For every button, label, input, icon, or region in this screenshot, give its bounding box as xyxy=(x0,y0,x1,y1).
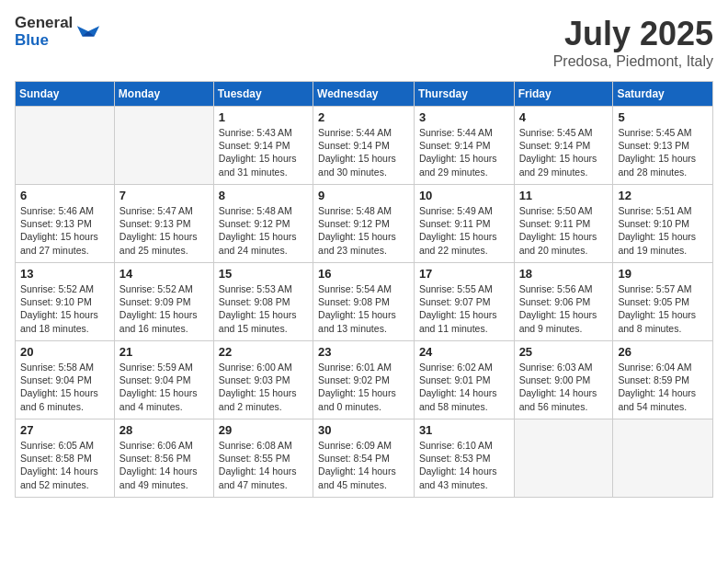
day-number: 16 xyxy=(318,267,409,281)
calendar-cell: 8Sunrise: 5:48 AM Sunset: 9:12 PM Daylig… xyxy=(213,185,313,263)
day-number: 27 xyxy=(20,423,109,437)
calendar-cell: 31Sunrise: 6:10 AM Sunset: 8:53 PM Dayli… xyxy=(414,419,514,498)
day-number: 17 xyxy=(419,267,509,281)
day-info: Sunrise: 6:08 AM Sunset: 8:55 PM Dayligh… xyxy=(219,439,308,491)
calendar-cell: 13Sunrise: 5:52 AM Sunset: 9:10 PM Dayli… xyxy=(16,263,115,341)
day-number: 7 xyxy=(119,189,209,202)
calendar-week-row: 13Sunrise: 5:52 AM Sunset: 9:10 PM Dayli… xyxy=(16,263,713,341)
day-header-saturday: Saturday xyxy=(613,82,713,107)
calendar-cell: 9Sunrise: 5:48 AM Sunset: 9:12 PM Daylig… xyxy=(313,185,415,263)
calendar-cell: 16Sunrise: 5:54 AM Sunset: 9:08 PM Dayli… xyxy=(313,263,415,341)
day-number: 5 xyxy=(618,110,708,124)
month-year-title: July 2025 xyxy=(553,15,713,53)
day-number: 15 xyxy=(219,267,308,281)
day-info: Sunrise: 6:02 AM Sunset: 9:01 PM Dayligh… xyxy=(419,361,509,413)
day-number: 19 xyxy=(618,267,708,281)
day-number: 2 xyxy=(318,110,409,124)
calendar-cell: 27Sunrise: 6:05 AM Sunset: 8:58 PM Dayli… xyxy=(16,419,115,498)
day-info: Sunrise: 6:06 AM Sunset: 8:56 PM Dayligh… xyxy=(119,439,209,491)
calendar-cell: 6Sunrise: 5:46 AM Sunset: 9:13 PM Daylig… xyxy=(16,185,115,263)
day-number: 26 xyxy=(618,345,708,359)
day-info: Sunrise: 5:44 AM Sunset: 9:14 PM Dayligh… xyxy=(419,126,509,178)
day-info: Sunrise: 5:55 AM Sunset: 9:07 PM Dayligh… xyxy=(419,282,509,335)
day-info: Sunrise: 5:51 AM Sunset: 9:10 PM Dayligh… xyxy=(618,204,708,257)
calendar-cell xyxy=(514,419,613,498)
day-number: 13 xyxy=(20,267,109,281)
logo-text: General Blue xyxy=(15,15,73,49)
day-number: 3 xyxy=(419,110,509,124)
calendar-cell: 20Sunrise: 5:58 AM Sunset: 9:04 PM Dayli… xyxy=(16,341,115,419)
calendar-cell: 4Sunrise: 5:45 AM Sunset: 9:14 PM Daylig… xyxy=(514,107,613,185)
day-info: Sunrise: 5:58 AM Sunset: 9:04 PM Dayligh… xyxy=(20,361,109,413)
logo: General Blue xyxy=(15,15,101,49)
day-number: 30 xyxy=(318,423,409,437)
day-number: 31 xyxy=(419,423,509,437)
day-info: Sunrise: 6:09 AM Sunset: 8:54 PM Dayligh… xyxy=(318,439,409,491)
logo-general: General xyxy=(15,15,73,32)
calendar-cell: 29Sunrise: 6:08 AM Sunset: 8:55 PM Dayli… xyxy=(213,419,313,498)
day-header-thursday: Thursday xyxy=(414,82,514,107)
day-info: Sunrise: 5:47 AM Sunset: 9:13 PM Dayligh… xyxy=(119,204,209,257)
calendar-cell: 3Sunrise: 5:44 AM Sunset: 9:14 PM Daylig… xyxy=(414,107,514,185)
calendar-cell: 22Sunrise: 6:00 AM Sunset: 9:03 PM Dayli… xyxy=(213,341,313,419)
calendar-cell: 1Sunrise: 5:43 AM Sunset: 9:14 PM Daylig… xyxy=(213,107,313,185)
day-info: Sunrise: 5:53 AM Sunset: 9:08 PM Dayligh… xyxy=(219,282,308,335)
day-number: 14 xyxy=(119,267,209,281)
day-info: Sunrise: 5:43 AM Sunset: 9:14 PM Dayligh… xyxy=(219,126,308,178)
day-info: Sunrise: 5:45 AM Sunset: 9:13 PM Dayligh… xyxy=(618,126,708,178)
day-number: 11 xyxy=(519,189,609,202)
day-number: 4 xyxy=(519,110,609,124)
day-info: Sunrise: 5:52 AM Sunset: 9:09 PM Dayligh… xyxy=(119,282,209,335)
calendar-cell: 19Sunrise: 5:57 AM Sunset: 9:05 PM Dayli… xyxy=(613,263,713,341)
calendar-cell: 26Sunrise: 6:04 AM Sunset: 8:59 PM Dayli… xyxy=(613,341,713,419)
day-number: 20 xyxy=(20,345,109,359)
calendar-cell: 21Sunrise: 5:59 AM Sunset: 9:04 PM Dayli… xyxy=(114,341,213,419)
day-number: 24 xyxy=(419,345,509,359)
calendar-cell: 17Sunrise: 5:55 AM Sunset: 9:07 PM Dayli… xyxy=(414,263,514,341)
calendar-table: SundayMondayTuesdayWednesdayThursdayFrid… xyxy=(15,81,713,498)
day-info: Sunrise: 6:05 AM Sunset: 8:58 PM Dayligh… xyxy=(20,439,109,491)
day-header-sunday: Sunday xyxy=(16,82,115,107)
day-info: Sunrise: 5:46 AM Sunset: 9:13 PM Dayligh… xyxy=(20,204,109,257)
location-subtitle: Predosa, Piedmont, Italy xyxy=(553,53,713,70)
day-number: 23 xyxy=(318,345,409,359)
calendar-cell: 2Sunrise: 5:44 AM Sunset: 9:14 PM Daylig… xyxy=(313,107,415,185)
day-number: 12 xyxy=(618,189,708,202)
calendar-cell: 28Sunrise: 6:06 AM Sunset: 8:56 PM Dayli… xyxy=(114,419,213,498)
day-info: Sunrise: 6:04 AM Sunset: 8:59 PM Dayligh… xyxy=(618,361,708,413)
day-number: 6 xyxy=(20,189,109,202)
calendar-header-row: SundayMondayTuesdayWednesdayThursdayFrid… xyxy=(16,82,713,107)
day-header-tuesday: Tuesday xyxy=(213,82,313,107)
logo-blue: Blue xyxy=(15,32,73,50)
day-info: Sunrise: 5:48 AM Sunset: 9:12 PM Dayligh… xyxy=(318,204,409,257)
day-header-friday: Friday xyxy=(514,82,613,107)
day-info: Sunrise: 6:03 AM Sunset: 9:00 PM Dayligh… xyxy=(519,361,609,413)
day-info: Sunrise: 6:10 AM Sunset: 8:53 PM Dayligh… xyxy=(419,439,509,491)
calendar-week-row: 20Sunrise: 5:58 AM Sunset: 9:04 PM Dayli… xyxy=(16,341,713,419)
day-number: 25 xyxy=(519,345,609,359)
calendar-cell: 18Sunrise: 5:56 AM Sunset: 9:06 PM Dayli… xyxy=(514,263,613,341)
logo-icon xyxy=(75,17,101,43)
calendar-cell: 25Sunrise: 6:03 AM Sunset: 9:00 PM Dayli… xyxy=(514,341,613,419)
day-header-monday: Monday xyxy=(114,82,213,107)
day-number: 29 xyxy=(219,423,308,437)
calendar-cell xyxy=(16,107,115,185)
calendar-cell: 11Sunrise: 5:50 AM Sunset: 9:11 PM Dayli… xyxy=(514,185,613,263)
day-number: 18 xyxy=(519,267,609,281)
day-info: Sunrise: 6:01 AM Sunset: 9:02 PM Dayligh… xyxy=(318,361,409,413)
day-info: Sunrise: 5:50 AM Sunset: 9:11 PM Dayligh… xyxy=(519,204,609,257)
day-info: Sunrise: 5:49 AM Sunset: 9:11 PM Dayligh… xyxy=(419,204,509,257)
day-number: 21 xyxy=(119,345,209,359)
day-info: Sunrise: 5:54 AM Sunset: 9:08 PM Dayligh… xyxy=(318,282,409,335)
page-header: General Blue July 2025 Predosa, Piedmont… xyxy=(15,15,713,70)
day-info: Sunrise: 5:57 AM Sunset: 9:05 PM Dayligh… xyxy=(618,282,708,335)
calendar-cell xyxy=(613,419,713,498)
day-info: Sunrise: 5:44 AM Sunset: 9:14 PM Dayligh… xyxy=(318,126,409,178)
day-info: Sunrise: 5:45 AM Sunset: 9:14 PM Dayligh… xyxy=(519,126,609,178)
day-number: 1 xyxy=(219,110,308,124)
day-number: 22 xyxy=(219,345,308,359)
calendar-cell xyxy=(114,107,213,185)
day-info: Sunrise: 6:00 AM Sunset: 9:03 PM Dayligh… xyxy=(219,361,308,413)
calendar-cell: 14Sunrise: 5:52 AM Sunset: 9:09 PM Dayli… xyxy=(114,263,213,341)
calendar-week-row: 27Sunrise: 6:05 AM Sunset: 8:58 PM Dayli… xyxy=(16,419,713,498)
